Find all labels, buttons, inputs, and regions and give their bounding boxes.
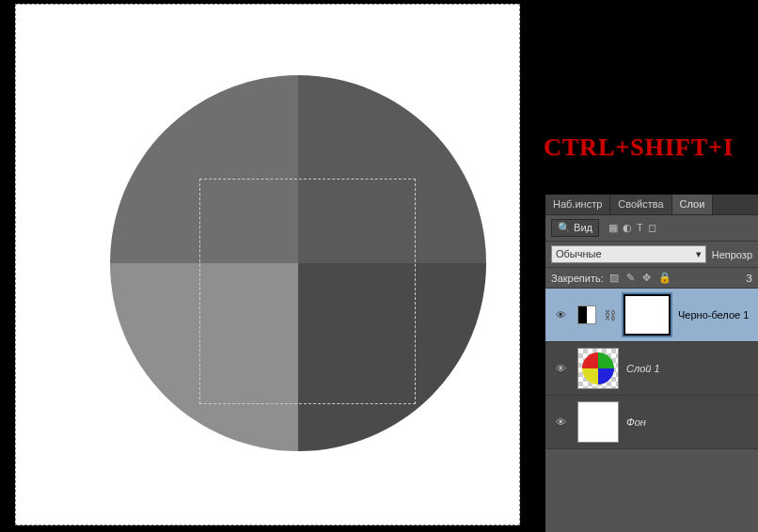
- layer-thumb[interactable]: [577, 348, 619, 389]
- filter-text-icon[interactable]: T: [637, 222, 643, 234]
- eye-icon: 👁: [556, 309, 566, 321]
- tab-layers[interactable]: Слои: [672, 195, 714, 214]
- filter-pixel-icon[interactable]: ▦: [608, 222, 618, 234]
- layer-name[interactable]: Фон: [626, 416, 646, 428]
- filter-shape-icon[interactable]: ◻: [648, 222, 656, 234]
- layer-filter-row: 🔍 Вид ▦ ◐ T ◻: [545, 215, 758, 242]
- layer-name[interactable]: Слой 1: [626, 363, 660, 374]
- lock-transparent-icon[interactable]: ▨: [609, 272, 619, 284]
- search-icon: 🔍: [558, 222, 571, 233]
- mini-circle-icon: [582, 352, 614, 384]
- filter-adjustment-icon[interactable]: ◐: [623, 222, 632, 234]
- layer-row-circle[interactable]: 👁 Слой 1: [545, 342, 758, 396]
- canvas-area: [8, 0, 529, 532]
- layer-mask-thumb[interactable]: [624, 294, 671, 336]
- tab-properties[interactable]: Свойства: [610, 195, 671, 214]
- eye-icon: 👁: [556, 416, 566, 428]
- blend-mode-select[interactable]: Обычные: [551, 245, 706, 263]
- lock-icons: ▨ ✎ ✥ 🔒: [609, 272, 671, 284]
- mask-link-icon[interactable]: ⛓: [604, 308, 616, 322]
- layer-thumb[interactable]: [577, 401, 619, 443]
- lock-brush-icon[interactable]: ✎: [626, 272, 635, 284]
- tab-presets[interactable]: Наб.инстр: [545, 195, 610, 214]
- layer-name[interactable]: Черно-белое 1: [678, 309, 749, 321]
- lock-position-icon[interactable]: ✥: [642, 272, 651, 284]
- filter-kind-dropdown[interactable]: 🔍 Вид: [551, 219, 599, 237]
- shortcut-annotation: CTRL+SHIFT+I: [544, 133, 734, 162]
- panel-tabs: Наб.инстр Свойства Слои: [545, 195, 758, 215]
- layer-row-adjustment[interactable]: 👁 ⛓ Черно-белое 1: [545, 289, 758, 342]
- lock-row: Закрепить: ▨ ✎ ✥ 🔒 З: [545, 268, 758, 289]
- blend-row: Обычные Непрозр: [545, 242, 758, 268]
- selection-marquee-inner[interactable]: [199, 179, 416, 404]
- filter-icons: ▦ ◐ T ◻: [608, 222, 656, 234]
- layer-row-background[interactable]: 👁 Фон: [545, 396, 758, 449]
- layer-list: 👁 ⛓ Черно-белое 1 👁 Слой 1: [545, 289, 758, 449]
- adjustment-bw-icon: [577, 305, 596, 324]
- visibility-toggle[interactable]: 👁: [551, 309, 570, 321]
- layers-panel: Наб.инстр Свойства Слои 🔍 Вид ▦ ◐ T ◻ Об…: [545, 195, 758, 532]
- opacity-label: Непрозр: [712, 249, 752, 260]
- eye-icon: 👁: [556, 363, 566, 374]
- visibility-toggle[interactable]: 👁: [551, 416, 570, 428]
- fill-label: З: [746, 273, 752, 284]
- visibility-toggle[interactable]: 👁: [551, 363, 570, 374]
- filter-kind-label: Вид: [574, 222, 592, 233]
- lock-all-icon[interactable]: 🔒: [658, 272, 671, 284]
- selection-marquee-outer[interactable]: [15, 4, 520, 525]
- artboard[interactable]: [54, 33, 516, 520]
- blend-mode-value: Обычные: [556, 248, 602, 260]
- lock-label: Закрепить:: [551, 273, 604, 284]
